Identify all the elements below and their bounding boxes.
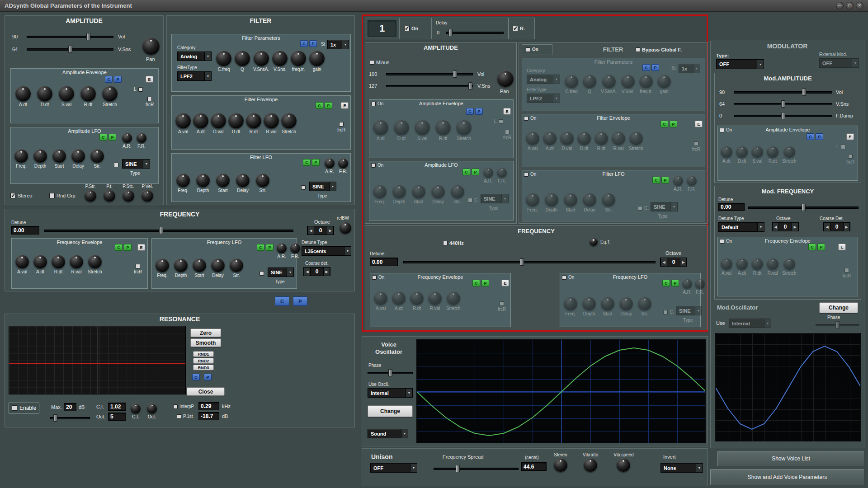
category-dropdown[interactable]: Analog▼ — [177, 52, 212, 61]
knob-p-str[interactable]: P.Str. — [85, 184, 96, 202]
knob-dial[interactable] — [767, 258, 778, 270]
checkbox[interactable] — [638, 206, 642, 211]
checkbox[interactable] — [147, 97, 152, 101]
knob-a-val[interactable]: A.val — [175, 113, 191, 134]
knob-r-dt[interactable]: R.dt — [52, 255, 65, 274]
stepper-left-icon[interactable]: ◀ — [307, 226, 314, 235]
fixed-440hz-checkbox[interactable]: 440Hz — [443, 240, 464, 246]
knob-dial[interactable] — [174, 258, 188, 272]
knob-stereo[interactable]: Stereo — [554, 452, 567, 472]
knob-a-r[interactable]: A.R. — [673, 176, 683, 192]
paste-button[interactable]: P — [312, 159, 320, 166]
rnd1-button[interactable]: RND1 — [193, 351, 214, 357]
max-value[interactable]: 20 — [64, 403, 76, 411]
global-paste-button[interactable]: P — [293, 296, 307, 306]
global-copy-button[interactable]: C — [275, 296, 289, 306]
copy-button[interactable]: C — [105, 76, 113, 83]
knob-r-dt[interactable]: R.dt — [767, 146, 778, 164]
copy-button[interactable]: C — [303, 159, 311, 166]
lfo-type-dropdown[interactable]: SINE▼ — [309, 182, 336, 191]
detune-slider[interactable] — [403, 258, 656, 266]
knob-dial[interactable] — [131, 404, 141, 413]
knob-a-dt[interactable]: A.dt — [543, 131, 557, 151]
checkbox[interactable] — [370, 60, 374, 65]
knob-dial[interactable] — [783, 258, 795, 270]
knob-a-val[interactable]: A.val — [15, 255, 29, 274]
paste-button[interactable]: P — [670, 121, 677, 127]
knob-dial[interactable] — [123, 190, 134, 202]
knob-start[interactable]: Start — [52, 149, 66, 169]
knob-dial[interactable] — [104, 190, 115, 202]
paste-button[interactable]: P — [309, 40, 317, 47]
slider-handle[interactable] — [453, 70, 457, 78]
stages-dropdown[interactable]: 1x▼ — [679, 64, 700, 73]
equal-temperate-knob[interactable] — [590, 238, 598, 246]
knob-a-val[interactable]: A.val — [721, 258, 732, 276]
detune-slider[interactable] — [44, 227, 293, 234]
knob-a-r[interactable]: A.R. — [277, 243, 287, 259]
checkbox[interactable] — [505, 130, 509, 134]
knob-vib-speed[interactable]: Vib.speed — [613, 452, 633, 472]
knob-oct[interactable]: Oct. — [147, 404, 157, 419]
knob-depth[interactable]: Depth — [545, 193, 558, 212]
knob-s-val[interactable]: S.val — [751, 146, 763, 164]
edit-envelope-button[interactable]: E — [838, 244, 846, 250]
knob-dial[interactable] — [736, 258, 748, 270]
knob-dial[interactable] — [582, 297, 596, 310]
knob-dial[interactable] — [85, 190, 96, 202]
knob-v-snsa[interactable]: V.SnsA. — [601, 75, 617, 94]
stages-dropdown[interactable]: 1x▼ — [327, 40, 349, 49]
checkbox[interactable] — [468, 198, 472, 202]
knob-dial[interactable] — [695, 279, 705, 289]
knob-dial[interactable] — [564, 297, 577, 310]
detune-value[interactable]: 0.00 — [370, 258, 398, 266]
paste-button[interactable]: P — [204, 374, 212, 380]
continuous-checkbox[interactable] — [259, 271, 264, 276]
relbw-knob[interactable] — [340, 222, 351, 234]
knob-d-dt[interactable]: D.dt — [394, 120, 409, 141]
knob-dial[interactable] — [37, 86, 52, 101]
copy-button[interactable]: C — [300, 40, 308, 47]
slider-handle[interactable] — [68, 46, 72, 53]
knob-p-stc[interactable]: P.Stc. — [123, 184, 134, 202]
stepper-right-icon[interactable]: ▶ — [327, 226, 334, 235]
show-add-voice-parameters-button[interactable]: Show and Add Voice Parameters — [710, 469, 864, 485]
detune-type-dropdown[interactable]: Default▼ — [718, 222, 764, 232]
knob-dial[interactable] — [246, 113, 261, 128]
knob-stretch[interactable]: Stretch — [782, 146, 797, 164]
knob-depth[interactable]: Depth — [174, 258, 188, 278]
knob-dial[interactable] — [147, 404, 157, 413]
checkbox[interactable] — [339, 122, 344, 127]
knob-delay[interactable]: Delay — [583, 193, 596, 212]
stepper-left-icon[interactable]: ◀ — [660, 258, 667, 266]
checkbox[interactable] — [177, 414, 181, 419]
checkbox[interactable] — [636, 47, 640, 52]
knob-str[interactable]: Str. — [638, 297, 651, 316]
knob-d-dt[interactable]: D.dt — [228, 113, 244, 134]
slider-handle[interactable] — [159, 227, 163, 234]
knob-str[interactable]: Str. — [256, 174, 269, 193]
knob-s-val[interactable]: S.val — [415, 120, 430, 141]
knob-dial[interactable] — [211, 258, 225, 272]
knob-dial[interactable] — [15, 255, 29, 268]
paste-button[interactable]: P — [651, 64, 659, 71]
knob-str[interactable]: Str. — [230, 258, 243, 278]
knob-r-dt[interactable]: R.dt — [435, 120, 451, 141]
knob-dial[interactable] — [583, 75, 596, 88]
stepper-left-icon[interactable]: ◀ — [824, 223, 830, 231]
knob-dial[interactable] — [428, 291, 442, 305]
knob-dial[interactable] — [673, 176, 683, 186]
knob-q[interactable]: Q — [583, 75, 596, 94]
frcr-checkbox[interactable]: frcR — [692, 141, 700, 152]
knob-dial[interactable] — [235, 51, 250, 66]
knob-r-val[interactable]: R.val — [612, 131, 625, 151]
center-freq-value[interactable]: 1.02 — [108, 403, 126, 411]
filtertype-dropdown[interactable]: LPF2▼ — [527, 94, 560, 103]
smooth-button[interactable]: Smooth — [190, 338, 221, 347]
checkbox[interactable] — [10, 193, 16, 198]
knob-dial[interactable] — [373, 120, 388, 135]
knob-start[interactable]: Start — [412, 185, 425, 204]
frcr-checkbox[interactable]: frcR — [146, 97, 154, 107]
knob-a-val[interactable]: A.val — [374, 291, 387, 311]
checkbox[interactable] — [114, 163, 118, 167]
